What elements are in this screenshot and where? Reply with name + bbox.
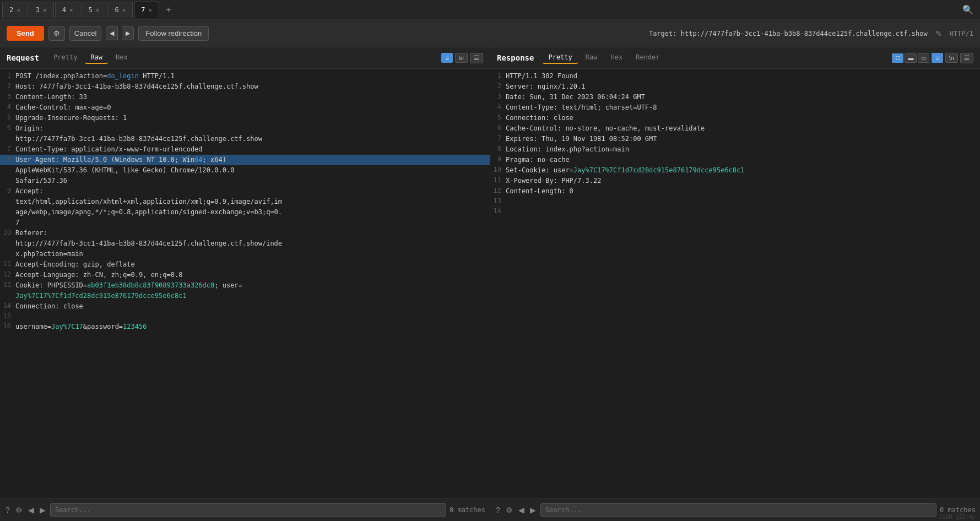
request-options-btn[interactable]: ☰ [470, 53, 483, 63]
request-panel-actions: ≡ \n ☰ [441, 53, 483, 63]
view-single-btn[interactable]: ▬ [905, 53, 917, 63]
table-row: x.php?action=main [0, 249, 490, 259]
tab-4[interactable]: 4 × [55, 2, 80, 18]
tab-bar: 2 × 3 × 4 × 5 × 6 × 7 × + 🔍 [0, 0, 980, 20]
response-tab-pretty[interactable]: Pretty [543, 52, 577, 64]
response-tabs: Pretty Raw Hex Render [543, 52, 665, 64]
request-matches-count: 0 matches [450, 506, 485, 514]
response-next-match-button[interactable]: ▶ [529, 504, 537, 515]
tab-close-icon[interactable]: × [43, 7, 47, 14]
response-help-button[interactable]: ? [495, 504, 501, 515]
request-bottom-panel: ? ⚙ ◀ ▶ 0 matches [0, 498, 490, 521]
table-row: 11 Accept-Encoding: gzip, deflate [0, 259, 490, 270]
table-row: 11 X-Powered-By: PHP/7.3.22 [490, 176, 980, 186]
response-tab-raw[interactable]: Raw [580, 52, 603, 64]
tab-6[interactable]: 6 × [107, 2, 133, 18]
request-panel-header: Request Pretty Raw Hex ≡ \n ☰ [0, 47, 490, 69]
table-row: 10 Set-Cookie: user=Jay%7C17%7Cf1d7cd28d… [490, 165, 980, 176]
response-panel-header: Response Pretty Raw Hex Render ☷ ▬ ▭ ≡ \… [490, 47, 980, 69]
response-title: Response [497, 53, 534, 62]
table-row: 13 Cookie: PHPSESSID=ab03f1eb38db8c83f90… [0, 280, 490, 291]
request-search-input[interactable] [50, 503, 446, 517]
nav-back-button[interactable]: ◀ [106, 26, 118, 40]
send-button[interactable]: Send [7, 26, 44, 41]
table-row: 7 Expires: Thu, 19 Nov 1981 08:52:00 GMT [490, 134, 980, 144]
table-row: age/webp,image/apng,*/*;q=0.8,applicatio… [0, 207, 490, 218]
request-help-button[interactable]: ? [4, 504, 11, 515]
tab-2[interactable]: 2 × [2, 2, 28, 18]
table-row: 3 Date: Sun, 31 Dec 2023 06:04:24 GMT [490, 92, 980, 102]
table-row: 2 Host: 7477fa7b-3cc1-41ba-b3b8-837d44ce… [0, 82, 490, 92]
table-row: 1 POST /index.php?action=do_login HTTP/1… [0, 71, 490, 82]
table-row: 4 Cache-Control: max-age=0 [0, 102, 490, 113]
request-code-area: 1 POST /index.php?action=do_login HTTP/1… [0, 69, 490, 498]
response-format-btn[interactable]: ≡ [932, 53, 943, 63]
view-split-btn[interactable]: ☷ [892, 53, 903, 63]
follow-redirection-button[interactable]: Follow redirection [138, 26, 209, 41]
response-settings-button[interactable]: ⚙ [505, 504, 514, 515]
tab-close-icon[interactable]: × [149, 7, 153, 14]
request-tab-raw[interactable]: Raw [85, 52, 108, 64]
tab-5[interactable]: 5 × [82, 2, 107, 18]
edit-target-button[interactable]: ✎ [932, 28, 945, 39]
table-row: 3 Content-Length: 33 [0, 92, 490, 102]
watermark: CSDN @Z3r4y [939, 514, 976, 520]
tab-3[interactable]: 3 × [29, 2, 54, 18]
table-row: 16 username=Jay%7C17&password=123456 [0, 322, 490, 332]
response-search-input[interactable] [540, 503, 936, 517]
response-prev-match-button[interactable]: ◀ [517, 504, 526, 515]
tab-add-button[interactable]: + [160, 2, 177, 17]
request-format-btn[interactable]: ≡ [441, 53, 452, 63]
table-row: 2 Server: nginx/1.20.1 [490, 82, 980, 92]
view-full-btn[interactable]: ▭ [918, 53, 929, 63]
request-prev-match-button[interactable]: ◀ [27, 504, 35, 515]
table-row: 7 Content-Type: application/x-www-form-u… [0, 144, 490, 155]
table-row: 9 Accept: [0, 186, 490, 197]
table-row: AppleWebKit/537.36 (KHTML, like Gecko) C… [0, 165, 490, 176]
table-row: 6 Origin: [0, 123, 490, 134]
table-row: 12 Accept-Language: zh-CN, zh;q=0.9, en;… [0, 270, 490, 280]
request-tab-hex[interactable]: Hex [110, 52, 133, 64]
table-row: http://7477fa7b-3cc1-41ba-b3b8-837d44ce1… [0, 134, 490, 144]
table-row: Jay%7C17%7Cf1d7cd28dc915e876179dcce95e6c… [0, 291, 490, 301]
table-row: 13 [490, 197, 980, 207]
table-row: Safari/537.36 [0, 176, 490, 186]
view-buttons: ☷ ▬ ▭ [892, 53, 929, 63]
table-row: 8 Location: index.php?action=main [490, 144, 980, 155]
nav-forward-button[interactable]: ▶ [122, 26, 134, 40]
response-wrap-btn[interactable]: \n [945, 53, 958, 63]
table-row: http://7477fa7b-3cc1-41ba-b3b8-837d44ce1… [0, 238, 490, 249]
response-tab-render[interactable]: Render [630, 52, 665, 64]
tab-close-icon[interactable]: × [17, 7, 20, 14]
tab-close-icon[interactable]: × [122, 7, 126, 14]
request-tab-pretty[interactable]: Pretty [48, 52, 83, 64]
tab-7[interactable]: 7 × [134, 2, 159, 18]
toolbar: Send ⚙ Cancel ◀ ▶ Follow redirection Tar… [0, 20, 980, 47]
tab-close-icon[interactable]: × [96, 7, 100, 14]
settings-icon-button[interactable]: ⚙ [48, 26, 65, 41]
table-row: text/html,application/xhtml+xml,applicat… [0, 197, 490, 207]
response-tab-hex[interactable]: Hex [605, 52, 628, 64]
table-row: 9 Pragma: no-cache [490, 155, 980, 165]
request-settings-button[interactable]: ⚙ [14, 504, 24, 515]
request-title: Request [7, 53, 39, 62]
table-row: 14 [490, 207, 980, 216]
table-row: 6 Cache-Control: no-store, no-cache, mus… [490, 123, 980, 134]
response-options-btn[interactable]: ☰ [960, 53, 973, 63]
request-wrap-btn[interactable]: \n [455, 53, 468, 63]
tab-close-icon[interactable]: × [69, 7, 73, 14]
tab-search-icon[interactable]: 🔍 [958, 2, 978, 17]
request-panel: Request Pretty Raw Hex ≡ \n ☰ 1 POST /in… [0, 47, 490, 498]
cancel-button[interactable]: Cancel [69, 26, 101, 41]
response-panel: Response Pretty Raw Hex Render ☷ ▬ ▭ ≡ \… [490, 47, 980, 498]
table-row: 1 HTTP/1.1 302 Found [490, 71, 980, 82]
response-code-area: 1 HTTP/1.1 302 Found 2 Server: nginx/1.2… [490, 69, 980, 498]
table-row: 5 Upgrade-Insecure-Requests: 1 [0, 113, 490, 123]
table-row: 8 User-Agent: Mozilla/5.0 (Windows NT 10… [0, 155, 490, 165]
response-bottom-panel: ? ⚙ ◀ ▶ 0 matches [490, 498, 980, 521]
request-next-match-button[interactable]: ▶ [39, 504, 47, 515]
request-tabs: Pretty Raw Hex [48, 52, 133, 64]
table-row: 4 Content-Type: text/html; charset=UTF-8 [490, 102, 980, 113]
table-row: 7 [0, 218, 490, 228]
http-version: HTTP/1 [950, 30, 973, 37]
